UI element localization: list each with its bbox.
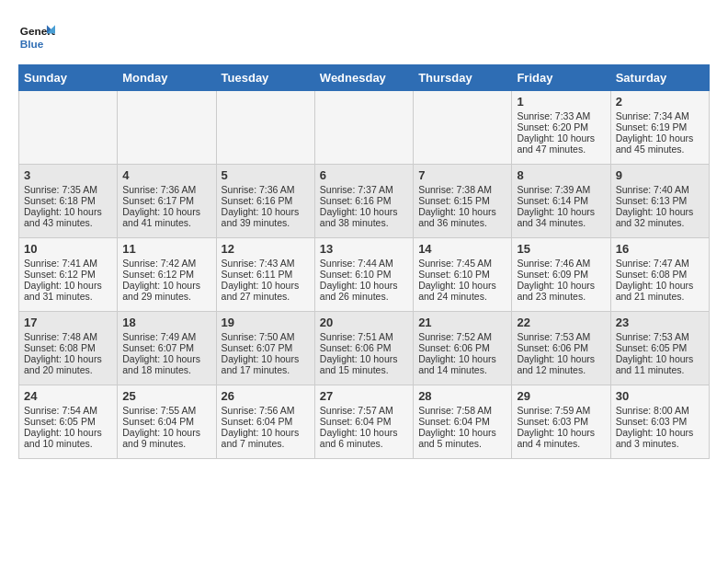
day-info-line: Daylight: 10 hours and 47 minutes. (517, 132, 605, 155)
day-cell: 7Sunrise: 7:38 AMSunset: 6:15 PMDaylight… (414, 165, 512, 238)
day-cell (314, 91, 413, 165)
day-info-line: Sunset: 6:18 PM (24, 195, 112, 206)
day-cell: 13Sunrise: 7:44 AMSunset: 6:10 PMDayligh… (314, 238, 413, 312)
day-number: 14 (418, 242, 506, 256)
day-info-line: Sunset: 6:09 PM (517, 269, 605, 280)
day-info-line: Sunset: 6:14 PM (517, 195, 605, 206)
day-number: 30 (616, 389, 704, 403)
day-info-line: Daylight: 10 hours and 24 minutes. (418, 280, 506, 302)
col-header-wednesday: Wednesday (314, 65, 413, 91)
day-cell (19, 91, 118, 165)
day-number: 23 (616, 316, 704, 329)
day-info-line: Sunrise: 7:37 AM (320, 184, 408, 195)
col-header-friday: Friday (512, 65, 610, 91)
day-info-line: Sunrise: 7:33 AM (517, 110, 605, 121)
day-info-line: Daylight: 10 hours and 32 minutes. (616, 206, 704, 228)
day-info-line: Sunrise: 7:53 AM (517, 331, 605, 342)
day-cell: 30Sunrise: 8:00 AMSunset: 6:03 PMDayligh… (610, 385, 709, 459)
day-cell: 11Sunrise: 7:42 AMSunset: 6:12 PMDayligh… (118, 238, 216, 312)
day-info-line: Daylight: 10 hours and 23 minutes. (517, 280, 605, 302)
day-info-line: Sunset: 6:16 PM (320, 195, 408, 206)
day-number: 19 (222, 316, 310, 329)
day-info-line: Sunset: 6:04 PM (222, 416, 310, 427)
day-info-line: Sunset: 6:13 PM (616, 195, 704, 206)
day-cell: 27Sunrise: 7:57 AMSunset: 6:04 PMDayligh… (314, 385, 413, 459)
day-info-line: Sunset: 6:17 PM (122, 195, 210, 206)
day-info-line: Sunset: 6:16 PM (222, 195, 310, 206)
day-info-line: Sunset: 6:06 PM (418, 342, 506, 353)
day-info-line: Daylight: 10 hours and 20 minutes. (24, 353, 112, 375)
day-cell: 28Sunrise: 7:58 AMSunset: 6:04 PMDayligh… (414, 385, 512, 459)
day-info-line: Daylight: 10 hours and 38 minutes. (320, 206, 408, 228)
header-row: SundayMondayTuesdayWednesdayThursdayFrid… (19, 65, 710, 91)
day-info-line: Daylight: 10 hours and 7 minutes. (222, 427, 310, 449)
day-number: 27 (320, 389, 408, 403)
day-info-line: Daylight: 10 hours and 10 minutes. (24, 427, 112, 449)
svg-text:Blue: Blue (20, 38, 44, 51)
day-cell: 16Sunrise: 7:47 AMSunset: 6:08 PMDayligh… (610, 238, 709, 312)
day-number: 6 (320, 168, 408, 182)
day-info-line: Sunset: 6:07 PM (222, 342, 310, 353)
day-number: 7 (418, 168, 506, 182)
day-info-line: Sunrise: 7:47 AM (616, 258, 704, 269)
day-number: 25 (122, 389, 210, 403)
day-number: 26 (222, 389, 310, 403)
day-info-line: Sunset: 6:10 PM (418, 269, 506, 280)
day-info-line: Daylight: 10 hours and 29 minutes. (122, 280, 210, 302)
day-info-line: Sunrise: 7:51 AM (320, 331, 408, 342)
day-cell: 12Sunrise: 7:43 AMSunset: 6:11 PMDayligh… (216, 238, 314, 312)
day-info-line: Daylight: 10 hours and 12 minutes. (517, 353, 605, 375)
logo-icon: General Blue (18, 18, 55, 55)
day-info-line: Daylight: 10 hours and 45 minutes. (616, 132, 704, 155)
day-info-line: Sunrise: 7:43 AM (222, 258, 310, 269)
day-cell: 21Sunrise: 7:52 AMSunset: 6:06 PMDayligh… (414, 312, 512, 385)
week-row-3: 10Sunrise: 7:41 AMSunset: 6:12 PMDayligh… (19, 238, 710, 312)
day-cell: 24Sunrise: 7:54 AMSunset: 6:05 PMDayligh… (19, 385, 118, 459)
day-number: 17 (24, 316, 112, 329)
day-cell: 14Sunrise: 7:45 AMSunset: 6:10 PMDayligh… (414, 238, 512, 312)
day-info-line: Daylight: 10 hours and 41 minutes. (122, 206, 210, 228)
day-number: 29 (517, 389, 605, 403)
day-info-line: Sunset: 6:08 PM (24, 342, 112, 353)
day-info-line: Sunset: 6:08 PM (616, 269, 704, 280)
day-cell: 23Sunrise: 7:53 AMSunset: 6:05 PMDayligh… (610, 312, 709, 385)
day-info-line: Sunrise: 7:44 AM (320, 258, 408, 269)
day-info-line: Sunset: 6:04 PM (122, 416, 210, 427)
day-info-line: Sunset: 6:10 PM (320, 269, 408, 280)
day-info-line: Sunrise: 7:59 AM (517, 405, 605, 416)
day-cell: 9Sunrise: 7:40 AMSunset: 6:13 PMDaylight… (610, 165, 709, 238)
day-info-line: Sunrise: 7:49 AM (122, 331, 210, 342)
day-info-line: Daylight: 10 hours and 4 minutes. (517, 427, 605, 449)
day-info-line: Sunrise: 7:39 AM (517, 184, 605, 195)
day-info-line: Sunrise: 8:00 AM (616, 405, 704, 416)
day-number: 28 (418, 389, 506, 403)
day-cell: 19Sunrise: 7:50 AMSunset: 6:07 PMDayligh… (216, 312, 314, 385)
day-info-line: Sunrise: 7:36 AM (122, 184, 210, 195)
day-info-line: Sunrise: 7:56 AM (222, 405, 310, 416)
day-info-line: Daylight: 10 hours and 6 minutes. (320, 427, 408, 449)
day-info-line: Sunset: 6:11 PM (222, 269, 310, 280)
day-number: 21 (418, 316, 506, 329)
day-cell: 15Sunrise: 7:46 AMSunset: 6:09 PMDayligh… (512, 238, 610, 312)
col-header-monday: Monday (118, 65, 216, 91)
col-header-tuesday: Tuesday (216, 65, 314, 91)
day-number: 3 (24, 168, 112, 182)
day-info-line: Sunrise: 7:54 AM (24, 405, 112, 416)
day-number: 15 (517, 242, 605, 256)
day-number: 11 (122, 242, 210, 256)
day-info-line: Sunrise: 7:58 AM (418, 405, 506, 416)
day-info-line: Daylight: 10 hours and 14 minutes. (418, 353, 506, 375)
week-row-1: 1Sunrise: 7:33 AMSunset: 6:20 PMDaylight… (19, 91, 710, 165)
day-number: 2 (616, 95, 704, 109)
day-info-line: Sunrise: 7:35 AM (24, 184, 112, 195)
day-info-line: Sunrise: 7:46 AM (517, 258, 605, 269)
day-cell: 1Sunrise: 7:33 AMSunset: 6:20 PMDaylight… (512, 91, 610, 165)
day-info-line: Sunset: 6:07 PM (122, 342, 210, 353)
week-row-2: 3Sunrise: 7:35 AMSunset: 6:18 PMDaylight… (19, 165, 710, 238)
day-info-line: Sunrise: 7:38 AM (418, 184, 506, 195)
day-number: 22 (517, 316, 605, 329)
day-cell: 17Sunrise: 7:48 AMSunset: 6:08 PMDayligh… (19, 312, 118, 385)
day-info-line: Daylight: 10 hours and 36 minutes. (418, 206, 506, 228)
day-number: 16 (616, 242, 704, 256)
day-number: 9 (616, 168, 704, 182)
